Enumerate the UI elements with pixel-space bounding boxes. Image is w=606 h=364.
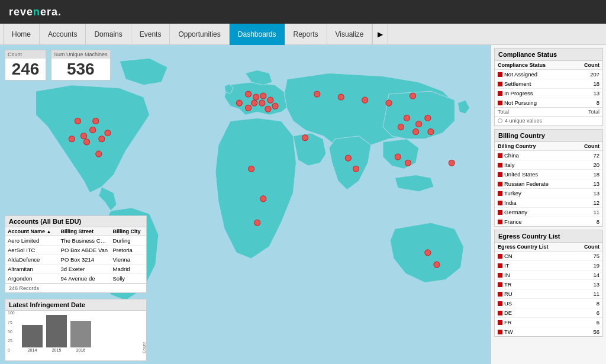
svg-point-35 <box>249 166 254 172</box>
svg-point-16 <box>265 106 271 112</box>
compliance-col-count: Count <box>572 61 602 70</box>
table-row: IT19 <box>495 261 602 270</box>
chart-title: Latest Infringement Date <box>5 299 146 311</box>
navigation: Home Accounts Domains Events Opportuniti… <box>0 24 606 45</box>
table-row: Russian Federate13 <box>495 179 602 189</box>
svg-point-20 <box>338 94 344 100</box>
table-row: Argondon94 Avenue deSolly <box>5 274 146 284</box>
col-account-name: Account Name ▲ <box>5 227 59 236</box>
table-row: IN14 <box>495 270 602 280</box>
table-row: Italy20 <box>495 160 602 170</box>
svg-point-26 <box>425 115 431 121</box>
svg-point-14 <box>252 100 257 106</box>
svg-point-30 <box>345 155 351 161</box>
machines-stat-box: Sum Unique Machines 536 <box>51 50 111 80</box>
svg-point-18 <box>236 100 242 106</box>
egress-col-country: Egress Country List <box>495 243 573 252</box>
accounts-table: Accounts (All But EDU) Account Name ▲ Bi… <box>5 215 147 293</box>
svg-point-32 <box>395 154 401 160</box>
machines-value: 536 <box>57 61 104 78</box>
table-row: AldaDefencePO Box 3214Vienna <box>5 255 146 265</box>
table-row: Not Assigned207 <box>495 70 602 79</box>
nav-more-button[interactable]: ▶ <box>372 24 388 45</box>
table-row: Aero LimitedThe Business CenterDurling <box>5 236 146 246</box>
table-row: United States18 <box>495 170 602 179</box>
logo: revenera. <box>9 6 62 18</box>
svg-point-7 <box>69 136 75 142</box>
svg-point-1 <box>90 127 96 133</box>
egress-col-count: Count <box>573 243 602 252</box>
svg-point-4 <box>105 130 111 136</box>
bar-2014-label: 2014 <box>28 348 37 352</box>
table-row: DE6 <box>495 308 602 318</box>
table-row: Germany11 <box>495 208 602 217</box>
tab-home[interactable]: Home <box>3 24 40 45</box>
bar-2016-fill <box>70 321 91 347</box>
bar-2016-label: 2016 <box>76 348 86 352</box>
tab-dashboards[interactable]: Dashboards <box>230 24 285 45</box>
table-row: TW56 <box>495 327 602 337</box>
compliance-footer: Total Total <box>495 107 602 116</box>
infringement-chart: Latest Infringement Date 100 75 50 25 0 … <box>5 299 147 361</box>
svg-point-44 <box>434 262 440 268</box>
svg-point-15 <box>272 103 278 109</box>
svg-point-2 <box>99 136 105 142</box>
svg-point-23 <box>410 93 416 99</box>
tab-reports[interactable]: Reports <box>285 24 327 45</box>
table-row: China72 <box>495 151 602 160</box>
tab-accounts[interactable]: Accounts <box>40 24 86 45</box>
map-area: Count 246 Sum Unique Machines 536 <box>0 45 491 364</box>
tab-visualize[interactable]: Visualize <box>327 24 373 45</box>
y-axis-label: Count <box>141 311 146 353</box>
table-row: FR6 <box>495 318 602 327</box>
billing-rows: China72Italy20United States18Russian Fed… <box>495 151 602 227</box>
svg-point-5 <box>93 118 99 124</box>
svg-point-6 <box>80 133 86 139</box>
accounts-footer: 246 Records <box>5 284 146 292</box>
svg-point-34 <box>302 135 308 141</box>
svg-point-12 <box>267 97 273 103</box>
count-stat-box: Count 246 <box>5 50 46 80</box>
stats-boxes: Count 246 Sum Unique Machines 536 <box>5 50 111 80</box>
egress-table: Egress Country List Count CN75IT19IN14TR… <box>495 243 602 336</box>
accounts-rows: Aero LimitedThe Business CenterDurlingAe… <box>5 236 146 284</box>
table-row: CN75 <box>495 252 602 261</box>
table-row: France8 <box>495 217 602 227</box>
col-billing-street: Billing Street <box>59 227 111 236</box>
compliance-unique: 4 unique values <box>495 116 602 125</box>
tab-opportunities[interactable]: Opportunities <box>170 24 229 45</box>
svg-point-43 <box>425 250 431 256</box>
count-value: 246 <box>11 61 40 78</box>
compliance-total-value: Total <box>588 109 599 115</box>
header: revenera. <box>0 0 606 24</box>
tab-events[interactable]: Events <box>131 24 170 45</box>
compliance-status-title: Compliance Status <box>495 49 602 61</box>
compliance-total-label: Total <box>498 109 509 115</box>
svg-point-22 <box>386 100 392 106</box>
billing-table: Billing Country Count China72Italy20Unit… <box>495 142 602 226</box>
table-row: US8 <box>495 299 602 308</box>
bar-2015-label: 2015 <box>52 348 62 352</box>
table-row: In Progress13 <box>495 89 602 98</box>
svg-point-27 <box>413 129 419 135</box>
table-row: Altramitan3d ExeterMadrid <box>5 265 146 274</box>
billing-col-count: Count <box>573 142 602 151</box>
tab-domains[interactable]: Domains <box>86 24 131 45</box>
svg-point-36 <box>260 196 266 202</box>
svg-point-28 <box>398 124 404 130</box>
svg-point-9 <box>246 91 252 97</box>
compliance-col-status: Compliance Status <box>495 61 572 70</box>
svg-point-37 <box>254 220 260 226</box>
svg-point-10 <box>253 94 259 100</box>
compliance-rows: Not Assigned207Settlement18In Progress13… <box>495 70 602 108</box>
svg-point-33 <box>405 160 411 166</box>
table-row: Not Pursuing8 <box>495 98 602 108</box>
egress-country-title: Egress Country List <box>495 230 602 243</box>
main-content: Count 246 Sum Unique Machines 536 <box>0 45 606 364</box>
svg-point-8 <box>96 151 102 157</box>
accounts-data-table: Account Name ▲ Billing Street Billing Ci… <box>5 227 146 284</box>
svg-point-24 <box>404 115 410 121</box>
svg-point-21 <box>362 97 368 103</box>
svg-point-17 <box>246 105 252 111</box>
svg-point-11 <box>260 93 266 99</box>
